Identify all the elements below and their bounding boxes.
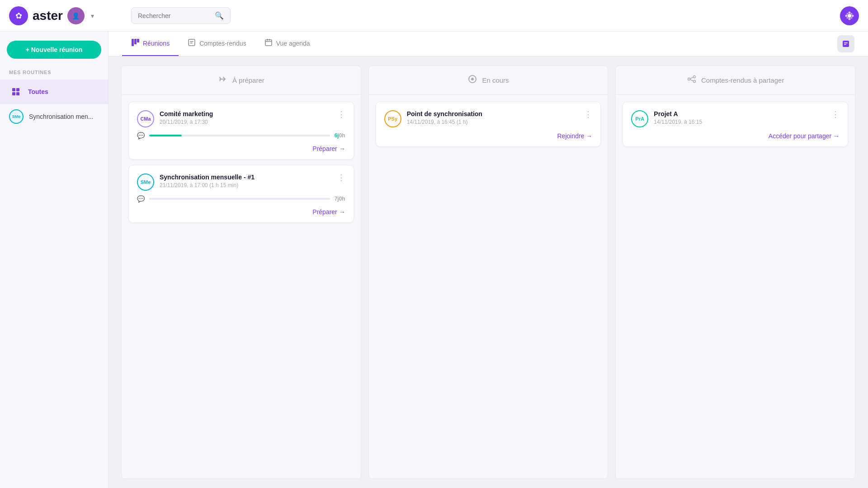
header: ✿ aster 👤 ▾ 🔍 (0, 0, 868, 32)
column-body-comptes: PrA Projet A 14/11/2019, à 16:15 ⋮ Accéd… (616, 95, 855, 154)
progress-label-comite: 6j0h (335, 132, 345, 139)
svg-point-30 (693, 80, 695, 83)
tab-vue-agenda[interactable]: Vue agenda (255, 32, 319, 56)
sidebar-item-sync[interactable]: SMе Synchronisation men... (0, 104, 108, 129)
progress-bar-fill (149, 135, 182, 136)
svg-rect-11 (12, 92, 15, 95)
comptes-partager-icon (687, 74, 697, 86)
card-date-projet: 14/11/2019, à 16:15 (654, 119, 826, 125)
svg-rect-24 (844, 42, 848, 43)
svg-rect-17 (190, 41, 193, 42)
notification-button[interactable] (837, 35, 854, 52)
card-date-sync: 21/11/2019, à 17:00 (1 h 15 min) (160, 182, 332, 188)
sidebar-section-label: MES ROUTINES (0, 70, 108, 80)
tab-vue-agenda-label: Vue agenda (276, 40, 310, 47)
svg-point-4 (852, 14, 854, 17)
svg-point-0 (848, 14, 851, 18)
logo-icon: ✿ (9, 6, 28, 25)
tab-comptes-rendus-label: Comptes-rendus (199, 40, 246, 47)
card-date-comite: 20/11/2019, à 17:30 (160, 119, 332, 125)
aster-logo-icon (844, 10, 855, 21)
new-meeting-button[interactable]: + Nouvelle réunion (7, 41, 101, 59)
card-progress-sync: 💬 7j0h (137, 195, 345, 202)
svg-rect-21 (267, 39, 268, 41)
card-menu-comite[interactable]: ⋮ (337, 110, 345, 118)
card-title-sync: Synchronisation mensuelle - #1 (160, 174, 332, 181)
preparer-link-sync[interactable]: Préparer → (312, 208, 345, 216)
acceder-partager-link[interactable]: Accéder pour partager → (769, 132, 840, 140)
progress-chat-icon: 💬 (137, 132, 145, 139)
svg-rect-12 (16, 92, 19, 95)
svg-rect-9 (12, 88, 15, 91)
svg-rect-14 (134, 39, 137, 44)
search-input[interactable] (138, 12, 211, 19)
app-logo-circle[interactable] (840, 6, 859, 25)
progress-chat-icon-sync: 💬 (137, 195, 145, 202)
layout: + Nouvelle réunion MES ROUTINES Toutes S… (0, 32, 868, 488)
avatar-comite-marketing: CMa (137, 110, 154, 127)
svg-rect-13 (132, 39, 134, 46)
app-name: aster (33, 9, 63, 23)
card-comite-marketing: CMa Comité marketing 20/11/2019, à 17:30… (128, 102, 354, 160)
sme-icon: SMе (9, 109, 24, 124)
search-bar: 🔍 (131, 7, 231, 24)
column-header-a-preparer: À préparer (122, 66, 361, 95)
svg-rect-19 (265, 40, 272, 46)
card-projet-a: PrA Projet A 14/11/2019, à 16:15 ⋮ Accéd… (623, 102, 848, 147)
rejoindre-link[interactable]: Rejoindre → (557, 132, 593, 140)
comptes-partager-title: Comptes-rendus à partager (701, 76, 784, 84)
preparer-link-comite[interactable]: Préparer → (312, 145, 345, 152)
svg-point-29 (693, 76, 695, 78)
svg-rect-10 (16, 88, 19, 91)
card-action-point: Rejoindre → (384, 132, 593, 140)
svg-point-8 (851, 17, 853, 19)
reunions-icon (131, 38, 139, 48)
tabs-right-actions (837, 35, 854, 52)
sidebar-item-toutes[interactable]: Toutes (0, 80, 108, 104)
svg-rect-16 (189, 39, 195, 46)
svg-point-3 (845, 14, 848, 17)
svg-rect-20 (265, 41, 272, 42)
card-action-sync: Préparer → (137, 208, 345, 216)
card-menu-projet[interactable]: ⋮ (831, 110, 840, 118)
header-right (840, 6, 859, 25)
sync-label: Synchronisation men... (29, 113, 93, 120)
tab-reunions-label: Réunions (143, 40, 170, 47)
card-point-sync: PSy Point de synchronisation 14/11/2019,… (376, 102, 601, 147)
card-action-projet: Accéder pour partager → (631, 132, 840, 140)
column-header-comptes: Comptes-rendus à partager (616, 66, 855, 95)
column-a-preparer: À préparer CMa Comité marketing 20/11/20… (121, 66, 361, 479)
column-body-a-preparer: CMa Comité marketing 20/11/2019, à 17:30… (122, 95, 361, 230)
logo-area: ✿ aster 👤 ▾ (9, 6, 118, 25)
vue-agenda-icon (264, 38, 273, 48)
svg-line-32 (690, 80, 693, 81)
comptes-rendus-icon (188, 38, 196, 48)
progress-bar-bg-sync (149, 198, 330, 200)
card-date-point: 14/11/2019, à 16:45 (1 h) (407, 119, 579, 125)
avatar-sync: SMe (137, 174, 154, 191)
search-button[interactable]: 🔍 (215, 11, 224, 20)
card-header-comite: CMa Comité marketing 20/11/2019, à 17:30… (137, 110, 345, 127)
main-content: Réunions Comptes-rendus (108, 32, 868, 488)
card-title-projet: Projet A (654, 110, 826, 117)
en-cours-title: En cours (482, 76, 509, 84)
columns-area: À préparer CMa Comité marketing 20/11/20… (108, 56, 868, 488)
card-title-comite: Comité marketing (160, 110, 332, 117)
tab-reunions[interactable]: Réunions (122, 32, 179, 56)
svg-point-5 (847, 13, 849, 14)
card-action-comite: Préparer → (137, 145, 345, 153)
card-menu-sync[interactable]: ⋮ (337, 174, 345, 182)
svg-rect-23 (843, 41, 849, 47)
svg-point-6 (851, 13, 853, 14)
chevron-down-icon[interactable]: ▾ (91, 12, 94, 19)
user-avatar[interactable]: 👤 (67, 7, 85, 24)
a-preparer-icon (218, 74, 228, 86)
svg-point-27 (471, 78, 474, 80)
card-header-projet: PrA Projet A 14/11/2019, à 16:15 ⋮ (631, 110, 840, 127)
svg-rect-25 (844, 44, 846, 45)
card-menu-point[interactable]: ⋮ (584, 110, 592, 118)
card-header-sync: SMe Synchronisation mensuelle - #1 21/11… (137, 174, 345, 191)
sidebar: + Nouvelle réunion MES ROUTINES Toutes S… (0, 32, 108, 488)
tab-comptes-rendus[interactable]: Comptes-rendus (179, 32, 255, 56)
progress-label-sync: 7j0h (335, 196, 345, 202)
